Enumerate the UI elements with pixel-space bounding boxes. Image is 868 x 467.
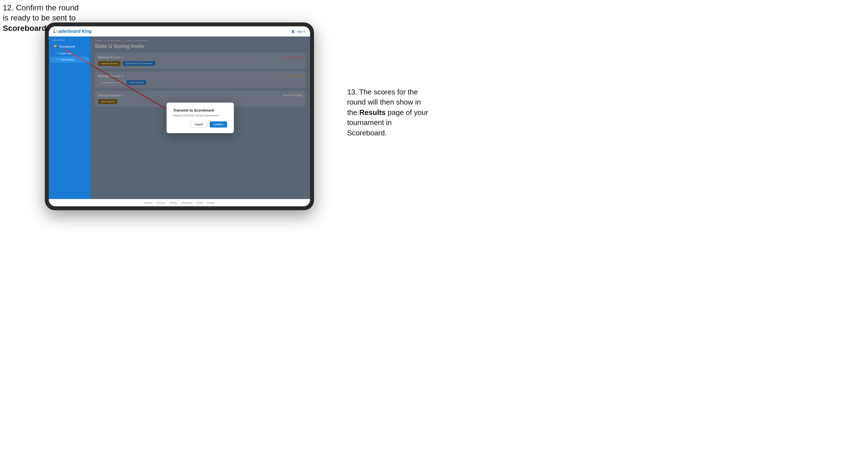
sidebar-label-tournaments: Tournaments [59,45,75,48]
footer-link-terms[interactable]: Terms [196,201,203,204]
modal-cancel-button[interactable]: Cancel [191,121,208,128]
modal-subtitle: Ready to send this round to Scoreboard? [173,114,227,117]
sidebar-item-create-new[interactable]: + Create New [49,51,90,57]
annotation-bold: Scoreboard. [3,24,49,33]
modal-confirm-button[interactable]: Confirm [210,121,227,128]
sidebar-label-create-new: Create New [59,52,72,55]
main-content: Home > Tournaments > State U Spring Invi… [90,36,310,199]
footer-link-product[interactable]: Product [145,201,152,204]
plus-icon: + [56,52,57,55]
edit-icon: ✎ [57,58,59,61]
footer-link-features[interactable]: Features [157,201,166,204]
tablet: Leaderboard King 👤 Sign In MAIN MENU 🏆 T… [45,23,314,210]
trophy-icon: 🏆 [53,45,57,49]
modal-actions: Cancel Confirm [173,121,227,128]
annotation-right-bold: Results [359,108,385,117]
app-footer: Product Features Pricing Resources Terms… [49,199,310,206]
main-menu-label: MAIN MENU [49,39,90,43]
annotation-step2: is ready to be sent to [3,13,76,22]
sidebar: MAIN MENU 🏆 Tournaments + Create New ✎ E… [49,36,90,199]
transmit-modal: Transmit to Scoreboard Ready to send thi… [166,102,234,133]
modal-title: Transmit to Scoreboard [173,108,227,113]
footer-link-resources[interactable]: Resources [181,201,192,204]
sidebar-item-edit-existing[interactable]: ✎ Edit Existing [50,57,89,63]
footer-link-privacy[interactable]: Privacy [207,201,215,204]
sidebar-label-edit-existing: Edit Existing [61,58,74,61]
app-body: MAIN MENU 🏆 Tournaments + Create New ✎ E… [49,36,310,199]
sidebar-item-tournaments[interactable]: 🏆 Tournaments [50,43,89,51]
annotation-step: 12. Confirm the round [3,3,79,12]
tablet-screen: Leaderboard King 👤 Sign In MAIN MENU 🏆 T… [49,26,310,206]
annotation-right: 13. The scores for the round will then s… [347,87,431,138]
sign-in-button[interactable]: Sign In [297,30,306,33]
modal-overlay: Transmit to Scoreboard Ready to send thi… [90,36,310,199]
header-right: 👤 Sign In [291,30,306,33]
annotation-top-left: 12. Confirm the round is ready to be sen… [3,3,79,33]
app-header: Leaderboard King 👤 Sign In [49,26,310,36]
user-icon: 👤 [291,30,294,33]
footer-link-pricing[interactable]: Pricing [170,201,177,204]
